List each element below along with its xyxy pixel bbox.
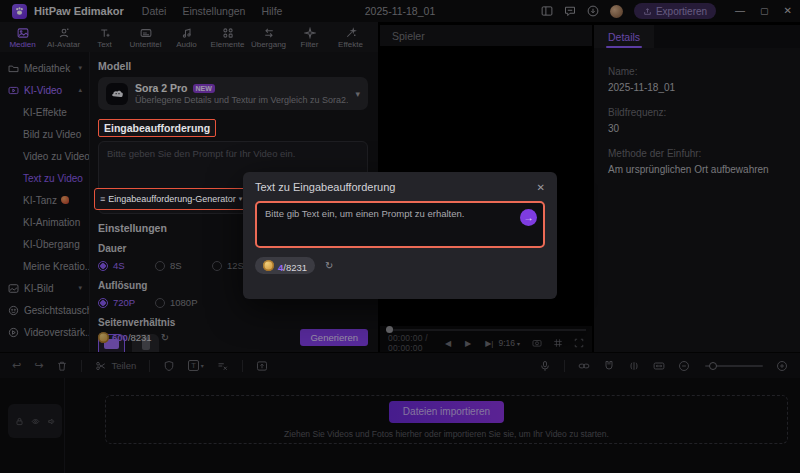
scissors-icon: [95, 360, 107, 372]
playback-slider[interactable]: [386, 326, 586, 333]
maximize-button[interactable]: ▢: [760, 7, 769, 16]
tab-label: Text: [97, 40, 112, 49]
menu-hilfe[interactable]: Hilfe: [261, 5, 282, 17]
sidebar-item-label: KI-Tanz: [23, 195, 57, 206]
dialog-title: Text zu Eingabeaufforderung: [255, 181, 395, 193]
text-tool-icon[interactable]: T▾: [188, 360, 204, 371]
radio-720p[interactable]: 720P: [98, 297, 155, 308]
zoom-in-icon[interactable]: [776, 360, 788, 372]
play-icon[interactable]: ▶: [465, 339, 471, 348]
text-icon: [99, 27, 111, 39]
tab-label: Medien: [9, 40, 35, 49]
sidebar-item-label: Meine Kreatio...: [23, 261, 90, 272]
tab-medien[interactable]: Medien: [2, 24, 43, 52]
model-selector[interactable]: Sora 2 Pro NEW Überlegene Details und Te…: [98, 77, 368, 110]
tab-elemente[interactable]: Elemente: [207, 24, 248, 52]
radio-1080p[interactable]: 1080P: [155, 297, 212, 308]
canvas-ratio-selector[interactable]: ▶| 9:16 ▾: [485, 338, 520, 348]
tab-effekte[interactable]: Effekte: [330, 24, 371, 52]
fit-timeline-icon[interactable]: [653, 360, 665, 372]
grid-icon[interactable]: [553, 334, 563, 352]
tab-ai-avatar[interactable]: AI-Avatar: [43, 24, 84, 52]
sidebar-item-mediathek[interactable]: Mediathek ▾: [0, 57, 89, 79]
download-icon[interactable]: [587, 5, 599, 17]
tab-audio[interactable]: Audio: [166, 24, 207, 52]
delete-icon[interactable]: [56, 360, 68, 372]
tab-untertitel[interactable]: Untertitel: [125, 24, 166, 52]
prompt-heading: Eingabeaufforderung: [98, 119, 216, 137]
radio-icon: [212, 261, 222, 271]
microphone-icon[interactable]: [539, 360, 551, 372]
zoom-out-icon[interactable]: [678, 360, 690, 372]
slider-handle[interactable]: [386, 326, 393, 333]
submit-arrow-button[interactable]: →: [520, 209, 537, 226]
app-logo-icon: [12, 4, 27, 19]
sidebar-item-ki-animation[interactable]: KI-Animation: [0, 211, 89, 233]
shield-icon[interactable]: [163, 360, 175, 372]
sidebar-item-ki-effekte[interactable]: KI-Effekte: [0, 101, 89, 123]
layout-panels-icon[interactable]: [541, 5, 553, 17]
tab-label: Filter: [301, 40, 319, 49]
details-tabbar: Details: [594, 25, 800, 48]
timeline-zoom-slider[interactable]: [705, 365, 763, 367]
magnet-icon[interactable]: [603, 360, 615, 372]
menu-einstellungen[interactable]: Einstellungen: [182, 5, 245, 17]
bracket-split-icon[interactable]: [628, 360, 640, 372]
detail-field-label: Bildfrequenz:: [608, 107, 786, 118]
export-button[interactable]: Exportieren: [634, 3, 716, 19]
prompt-text-input-wrap: →: [255, 201, 545, 248]
minimize-button[interactable]: —: [735, 6, 745, 16]
sidebar-item-ki-uebergang[interactable]: KI-Übergang: [0, 233, 89, 255]
sidebar-item-meine-kreationen[interactable]: Meine Kreatio...: [0, 255, 89, 277]
effects-icon: [345, 27, 357, 39]
sidebar-item-ki-bild[interactable]: KI-Bild ▾: [0, 277, 89, 299]
tab-text[interactable]: Text: [84, 24, 125, 52]
radio-4s[interactable]: 4S: [98, 260, 155, 271]
undo-icon[interactable]: ↩: [12, 360, 21, 371]
sidebar-item-bild-zu-video[interactable]: Bild zu Video: [0, 123, 89, 145]
sidebar-item-videoverstaerker[interactable]: Videoverstärk... ▾: [0, 321, 89, 343]
chain-link-icon[interactable]: [578, 360, 590, 372]
redo-icon[interactable]: ↪: [34, 360, 43, 371]
lock-icon[interactable]: [15, 412, 24, 430]
prompt-generator-button[interactable]: ≡ Eingabeaufforderung-Generator ▾: [94, 188, 248, 210]
feedback-icon[interactable]: [564, 5, 576, 17]
zoom-slider-handle[interactable]: [709, 362, 717, 370]
export-button-label: Exportieren: [656, 6, 707, 17]
sidebar-item-video-zu-video[interactable]: Video zu Video: [0, 145, 89, 167]
prompt-text-input[interactable]: [255, 201, 545, 248]
import-drop-zone[interactable]: Dateien importieren Ziehen Sie Videos un…: [105, 395, 788, 444]
speaker-icon[interactable]: [47, 412, 56, 430]
sidebar-item-gesichtstausch[interactable]: Gesichtstausch ▾: [0, 299, 89, 321]
refresh-icon[interactable]: ↻: [325, 260, 333, 271]
credits-counter: 600/8231 ↻: [98, 332, 169, 343]
close-icon[interactable]: ✕: [537, 182, 545, 193]
close-button[interactable]: ✕: [784, 6, 792, 16]
tab-uebergang[interactable]: Übergang: [248, 24, 289, 52]
tab-label: Effekte: [338, 40, 363, 49]
sidebar-item-ki-tanz[interactable]: KI-Tanz: [0, 189, 89, 211]
detail-field-value: 30: [608, 123, 786, 134]
sidebar-item-text-zu-video[interactable]: Text zu Video: [0, 167, 89, 189]
tab-details[interactable]: Details: [594, 25, 654, 48]
fullscreen-icon[interactable]: [574, 334, 584, 352]
eye-icon[interactable]: [31, 412, 40, 430]
previous-frame-icon[interactable]: ◀: [445, 339, 451, 348]
generate-button[interactable]: Generieren: [300, 329, 368, 346]
refresh-icon[interactable]: ↻: [161, 332, 169, 343]
tab-filter[interactable]: Filter: [289, 24, 330, 52]
export-clip-icon[interactable]: [256, 360, 268, 372]
user-avatar[interactable]: [610, 5, 623, 18]
radio-8s[interactable]: 8S: [155, 260, 212, 271]
chevron-down-icon: ▾: [79, 64, 83, 72]
delete-gap-icon[interactable]: [217, 360, 229, 372]
snapshot-icon[interactable]: [532, 334, 542, 352]
radio-label: 1080P: [170, 297, 197, 308]
model-description: Überlegene Details und Textur im Verglei…: [135, 95, 348, 105]
dancer-emoji: [61, 196, 69, 204]
split-button[interactable]: Teilen: [95, 360, 136, 372]
sidebar-item-label: KI-Video: [24, 85, 62, 96]
import-files-button[interactable]: Dateien importieren: [389, 401, 504, 423]
menu-datei[interactable]: Datei: [142, 5, 167, 17]
sidebar-item-ki-video[interactable]: KI-Video ▴: [0, 79, 89, 101]
